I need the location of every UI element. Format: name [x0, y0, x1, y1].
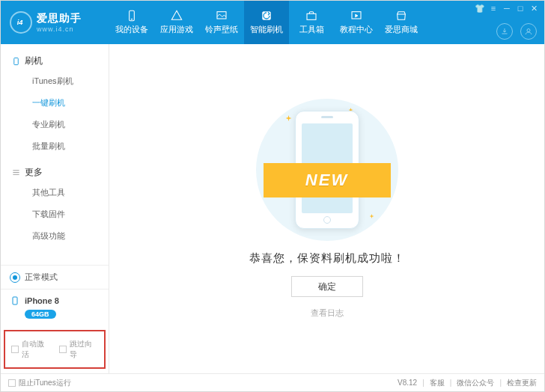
minimize-icon[interactable]: ─ — [502, 4, 511, 13]
skin-icon[interactable]: 👕 — [475, 4, 484, 13]
check-auto-activate[interactable]: 自动激活 — [11, 339, 50, 360]
top-nav: 我的设备 应用游戏 铃声壁纸 智能刷机 工具箱 教程中心 — [109, 1, 424, 44]
nav-toolbox[interactable]: 工具箱 — [289, 1, 334, 44]
footer: 阻止iTunes运行 V8.12 | 客服 | 微信公众号 | 检查更新 — [1, 373, 544, 391]
sidebar-item-download-fw[interactable]: 下载固件 — [1, 203, 109, 225]
logo-icon: i4 — [10, 11, 32, 34]
svg-text:i4: i4 — [17, 19, 24, 26]
sidebar-options: 自动激活 跳过向导 — [4, 330, 106, 369]
nav-my-device[interactable]: 我的设备 — [109, 1, 154, 44]
body: 刷机 iTunes刷机 一键刷机 专业刷机 批量刷机 更多 其他工具 下载固件 … — [1, 44, 544, 373]
maximize-icon[interactable]: □ — [516, 4, 525, 13]
success-message: 恭喜您，保资料刷机成功啦！ — [249, 251, 405, 266]
flash-icon — [260, 10, 273, 22]
sidebar-item-one-click-flash[interactable]: 一键刷机 — [1, 92, 109, 114]
window-controls: 👕 ≡ ─ □ ✕ — [475, 4, 538, 13]
user-icon[interactable] — [520, 23, 537, 40]
app-title: 爱思助手 — [37, 12, 82, 25]
sidebar-group-flash[interactable]: 刷机 — [1, 50, 109, 70]
wallpaper-icon — [215, 10, 228, 22]
app-window: i4 爱思助手 www.i4.cn 我的设备 应用游戏 铃声壁纸 智能 — [0, 0, 545, 392]
separator: | — [422, 379, 424, 387]
sparkle-icon — [370, 214, 374, 218]
separator: | — [450, 379, 452, 387]
footer-link-update[interactable]: 检查更新 — [507, 378, 537, 388]
nav-label: 工具箱 — [299, 24, 324, 35]
separator: | — [499, 379, 502, 387]
nav-label: 铃声壁纸 — [205, 24, 238, 35]
nav-label: 应用游戏 — [160, 24, 193, 35]
sidebar-status[interactable]: 正常模式 — [1, 265, 109, 289]
success-illustration: NEW — [256, 99, 398, 241]
check-block-itunes[interactable]: 阻止iTunes运行 — [8, 378, 71, 388]
device-phone-icon — [10, 295, 20, 306]
hamburger-icon — [11, 168, 20, 177]
sidebar-item-batch-flash[interactable]: 批量刷机 — [1, 135, 109, 157]
group-label: 刷机 — [25, 55, 43, 67]
sidebar-item-advanced[interactable]: 高级功能 — [1, 225, 109, 247]
nav-label: 爱思商城 — [385, 24, 418, 35]
store-icon — [395, 10, 408, 22]
svg-point-7 — [527, 29, 530, 32]
group-label: 更多 — [25, 166, 43, 179]
ribbon-text: NEW — [305, 171, 348, 190]
check-skip-guide[interactable]: 跳过向导 — [59, 339, 98, 360]
storage-badge: 64GB — [25, 310, 56, 319]
check-label: 自动激活 — [22, 339, 50, 360]
device-name: iPhone 8 — [25, 296, 59, 305]
new-ribbon: NEW — [249, 163, 406, 197]
phone-icon — [125, 10, 138, 22]
status-dot-icon — [10, 272, 20, 283]
svg-rect-8 — [13, 58, 18, 64]
sparkle-icon — [286, 115, 292, 121]
toolbox-icon — [305, 10, 318, 22]
menu-icon[interactable]: ≡ — [489, 4, 498, 13]
sidebar-device[interactable]: iPhone 8 64GB — [1, 289, 109, 327]
nav-ringtone[interactable]: 铃声壁纸 — [199, 1, 244, 44]
nav-label: 智能刷机 — [250, 24, 283, 35]
svg-point-2 — [131, 19, 132, 19]
check-label: 跳过向导 — [70, 339, 98, 360]
sidebar-menu: 刷机 iTunes刷机 一键刷机 专业刷机 批量刷机 更多 其他工具 下载固件 … — [1, 44, 109, 265]
nav-label: 我的设备 — [115, 24, 148, 35]
check-label: 阻止iTunes运行 — [19, 378, 71, 388]
checkbox-icon — [8, 379, 16, 387]
phone-rect-icon — [11, 56, 20, 67]
checkbox-icon — [11, 346, 19, 353]
tutorial-icon — [350, 10, 363, 22]
sidebar-group-more[interactable]: 更多 — [1, 162, 109, 182]
footer-link-wechat[interactable]: 微信公众号 — [457, 378, 494, 388]
checkbox-icon — [59, 346, 67, 353]
download-icon[interactable] — [496, 23, 513, 40]
view-log-link[interactable]: 查看日志 — [311, 307, 344, 319]
apps-icon — [170, 10, 183, 22]
app-subtitle: www.i4.cn — [37, 25, 82, 33]
status-label: 正常模式 — [25, 272, 58, 283]
header-actions — [496, 23, 537, 40]
svg-rect-5 — [307, 13, 316, 19]
sidebar-item-pro-flash[interactable]: 专业刷机 — [1, 114, 109, 135]
svg-rect-9 — [13, 297, 17, 304]
nav-tutorial[interactable]: 教程中心 — [334, 1, 379, 44]
logo: i4 爱思助手 www.i4.cn — [1, 11, 109, 34]
nav-smart-flash[interactable]: 智能刷机 — [244, 1, 289, 44]
nav-app-games[interactable]: 应用游戏 — [154, 1, 199, 44]
nav-label: 教程中心 — [340, 24, 373, 35]
header: i4 爱思助手 www.i4.cn 我的设备 应用游戏 铃声壁纸 智能 — [1, 1, 544, 44]
footer-link-support[interactable]: 客服 — [430, 378, 445, 388]
sidebar-item-other-tools[interactable]: 其他工具 — [1, 182, 109, 203]
nav-mall[interactable]: 爱思商城 — [379, 1, 424, 44]
ok-button[interactable]: 确定 — [291, 276, 363, 297]
version-label: V8.12 — [398, 379, 417, 387]
sidebar-item-itunes-flash[interactable]: iTunes刷机 — [1, 70, 109, 92]
content-area: NEW 恭喜您，保资料刷机成功啦！ 确定 查看日志 — [109, 44, 544, 373]
sidebar: 刷机 iTunes刷机 一键刷机 专业刷机 批量刷机 更多 其他工具 下载固件 … — [1, 44, 109, 373]
close-icon[interactable]: ✕ — [529, 4, 538, 13]
